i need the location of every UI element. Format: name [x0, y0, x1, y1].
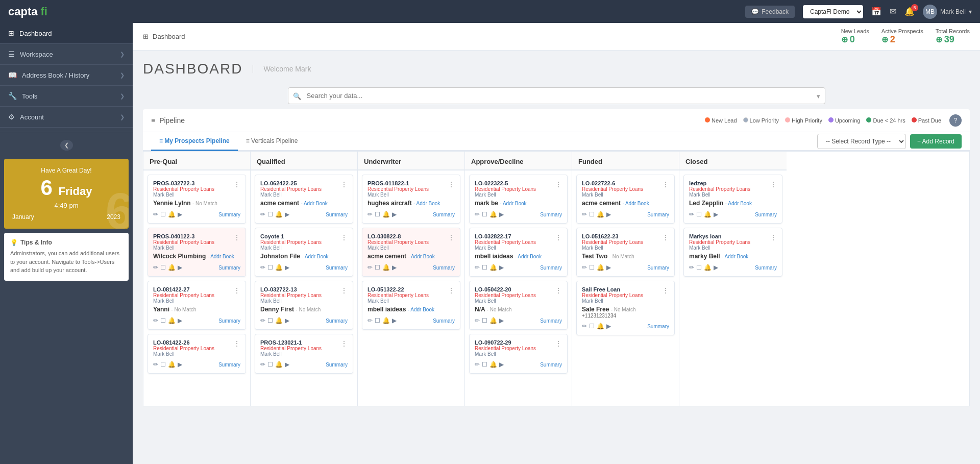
bell-icon[interactable]: 🔔: [597, 323, 604, 330]
edit-icon[interactable]: ✏: [689, 211, 694, 218]
copy-icon[interactable]: ☐: [267, 264, 273, 271]
card-summary-link[interactable]: Summary: [647, 212, 669, 217]
bell-icon[interactable]: 🔔: [382, 211, 390, 218]
card-more-icon[interactable]: ⋮: [448, 180, 455, 188]
bell-icon[interactable]: 🔔: [704, 264, 712, 271]
card-more-icon[interactable]: ⋮: [555, 339, 562, 348]
bell-icon[interactable]: 🔔: [489, 317, 497, 324]
play-icon[interactable]: ▶: [606, 323, 611, 330]
card-summary-link[interactable]: Summary: [433, 212, 455, 217]
card-summary-link[interactable]: Summary: [540, 318, 562, 324]
card-more-icon[interactable]: ⋮: [448, 233, 455, 241]
copy-icon[interactable]: ☐: [482, 264, 487, 271]
copy-icon[interactable]: ☐: [589, 264, 595, 271]
card-summary-link[interactable]: Summary: [755, 212, 777, 217]
card-more-icon[interactable]: ⋮: [555, 180, 562, 188]
bell-icon[interactable]: 🔔: [704, 211, 712, 218]
play-icon[interactable]: ▶: [392, 264, 397, 271]
edit-icon[interactable]: ✏: [260, 361, 265, 368]
card-more-icon[interactable]: ⋮: [233, 286, 240, 295]
play-icon[interactable]: ▶: [714, 264, 718, 271]
card-more-icon[interactable]: ⋮: [448, 286, 455, 295]
copy-icon[interactable]: ☐: [267, 211, 273, 218]
search-dropdown-arrow-icon[interactable]: ▾: [817, 92, 820, 100]
copy-icon[interactable]: ☐: [375, 264, 380, 271]
play-icon[interactable]: ▶: [285, 264, 289, 271]
card-summary-link[interactable]: Summary: [218, 265, 240, 271]
bell-icon[interactable]: 🔔: [489, 361, 497, 368]
email-icon[interactable]: ✉: [890, 7, 896, 16]
edit-icon[interactable]: ✏: [153, 264, 158, 271]
edit-icon[interactable]: ✏: [582, 211, 587, 218]
edit-icon[interactable]: ✏: [260, 317, 265, 324]
card-more-icon[interactable]: ⋮: [340, 180, 348, 188]
card-more-icon[interactable]: ⋮: [662, 180, 669, 188]
bell-icon[interactable]: 🔔: [489, 264, 497, 271]
play-icon[interactable]: ▶: [499, 264, 504, 271]
card-more-icon[interactable]: ⋮: [340, 233, 348, 241]
card-more-icon[interactable]: ⋮: [233, 180, 240, 188]
sidebar-item-address-book[interactable]: 📖 Address Book / History ❯: [0, 65, 133, 86]
tab-my-prospects-pipeline[interactable]: ≡ My Prospects Pipeline: [151, 132, 238, 151]
play-icon[interactable]: ▶: [499, 317, 504, 324]
calendar-icon[interactable]: 📅: [871, 7, 881, 16]
tab-verticals-pipeline[interactable]: ≡ Verticals Pipeline: [238, 132, 306, 151]
bell-icon[interactable]: 🔔: [382, 317, 390, 324]
card-summary-link[interactable]: Summary: [433, 265, 455, 271]
card-more-icon[interactable]: ⋮: [662, 286, 669, 295]
add-record-button[interactable]: + Add Record: [910, 134, 962, 149]
play-icon[interactable]: ▶: [285, 361, 289, 368]
card-more-icon[interactable]: ⋮: [555, 286, 562, 295]
copy-icon[interactable]: ☐: [589, 211, 595, 218]
help-button[interactable]: ?: [949, 114, 962, 127]
card-summary-link[interactable]: Summary: [755, 265, 777, 271]
copy-icon[interactable]: ☐: [160, 361, 166, 368]
bell-icon[interactable]: 🔔: [275, 317, 283, 324]
edit-icon[interactable]: ✏: [368, 317, 373, 324]
card-summary-link[interactable]: Summary: [647, 265, 669, 271]
edit-icon[interactable]: ✏: [582, 264, 587, 271]
play-icon[interactable]: ▶: [499, 361, 504, 368]
select-record-type-dropdown[interactable]: -- Select Record Type --: [817, 134, 906, 149]
play-icon[interactable]: ▶: [178, 211, 182, 218]
play-icon[interactable]: ▶: [178, 317, 182, 324]
sidebar-item-tools[interactable]: 🔧 Tools ❯: [0, 86, 133, 107]
play-icon[interactable]: ▶: [606, 211, 611, 218]
card-summary-link[interactable]: Summary: [218, 318, 240, 324]
org-dropdown[interactable]: CaptaFi Demo: [803, 5, 863, 18]
edit-icon[interactable]: ✏: [475, 361, 480, 368]
bell-icon[interactable]: 🔔: [275, 211, 283, 218]
copy-icon[interactable]: ☐: [267, 317, 273, 324]
bell-icon[interactable]: 🔔: [597, 264, 604, 271]
card-summary-link[interactable]: Summary: [540, 265, 562, 271]
bell-icon[interactable]: 🔔: [168, 264, 176, 271]
play-icon[interactable]: ▶: [499, 211, 504, 218]
play-icon[interactable]: ▶: [714, 211, 718, 218]
copy-icon[interactable]: ☐: [482, 317, 487, 324]
card-summary-link[interactable]: Summary: [433, 318, 455, 324]
bell-icon[interactable]: 🔔: [275, 361, 283, 368]
card-summary-link[interactable]: Summary: [326, 265, 348, 271]
card-more-icon[interactable]: ⋮: [233, 233, 240, 241]
bell-icon[interactable]: 🔔: [597, 211, 604, 218]
edit-icon[interactable]: ✏: [153, 361, 158, 368]
card-summary-link[interactable]: Summary: [540, 362, 562, 368]
play-icon[interactable]: ▶: [606, 264, 611, 271]
edit-icon[interactable]: ✏: [475, 264, 480, 271]
bell-icon[interactable]: 🔔: [168, 361, 176, 368]
play-icon[interactable]: ▶: [392, 211, 397, 218]
play-icon[interactable]: ▶: [392, 317, 397, 324]
feedback-button[interactable]: 💬 Feedback: [745, 6, 795, 18]
card-summary-link[interactable]: Summary: [218, 212, 240, 217]
edit-icon[interactable]: ✏: [153, 211, 158, 218]
sidebar-collapse-button[interactable]: ❮: [60, 140, 73, 151]
play-icon[interactable]: ▶: [285, 317, 289, 324]
search-input[interactable]: [288, 87, 825, 104]
card-more-icon[interactable]: ⋮: [233, 339, 240, 348]
edit-icon[interactable]: ✏: [260, 264, 265, 271]
bell-icon[interactable]: 🔔: [275, 264, 283, 271]
card-summary-link[interactable]: Summary: [647, 324, 669, 329]
play-icon[interactable]: ▶: [285, 211, 289, 218]
edit-icon[interactable]: ✏: [689, 264, 694, 271]
card-more-icon[interactable]: ⋮: [555, 233, 562, 241]
